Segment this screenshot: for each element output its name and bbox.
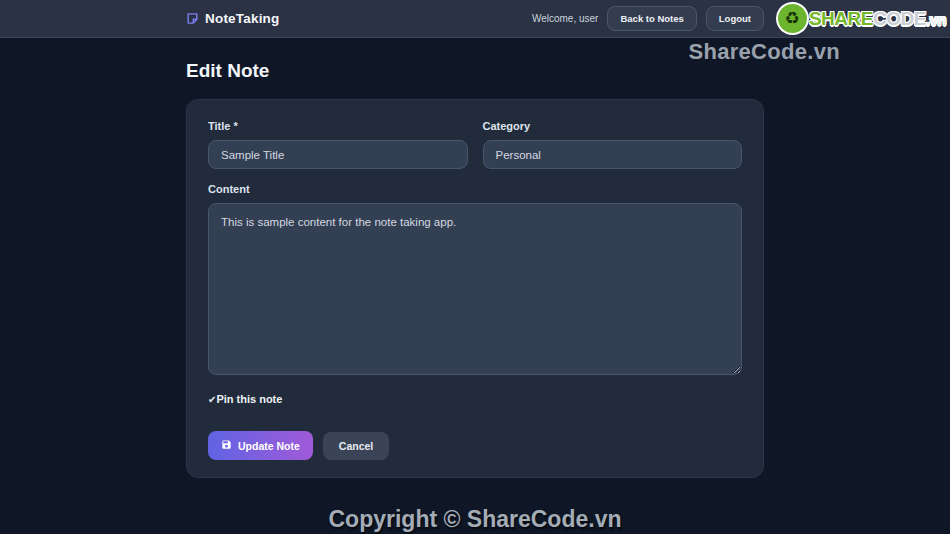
logout-button[interactable]: Logout xyxy=(706,6,764,31)
back-to-notes-button[interactable]: Back to Notes xyxy=(607,6,696,31)
cancel-button[interactable]: Cancel xyxy=(323,432,389,460)
content-label: Content xyxy=(208,183,742,195)
note-icon xyxy=(186,12,199,25)
navbar-right: Welcome, user Back to Notes Logout xyxy=(532,6,764,31)
footer-copyright: Copyright © ShareCode.vn xyxy=(0,506,950,533)
content-textarea[interactable]: This is sample content for the note taki… xyxy=(208,203,742,375)
category-field-group: Category xyxy=(483,120,743,169)
checkmark-icon: ✔ xyxy=(208,395,216,405)
edit-note-card: Title * Category Content This is sample … xyxy=(186,99,764,478)
title-input[interactable] xyxy=(208,140,468,169)
pin-label: Pin this note xyxy=(216,394,282,405)
category-input[interactable] xyxy=(483,140,743,169)
page-title: Edit Note xyxy=(186,60,764,82)
logo-share-text: SHARE xyxy=(809,8,873,29)
title-category-row: Title * Category xyxy=(208,120,742,169)
update-note-label: Update Note xyxy=(238,440,300,452)
pin-checkbox[interactable]: ✔ Pin this note xyxy=(208,394,742,405)
recycle-icon: ♻ xyxy=(778,4,807,33)
logo-vn-text: .vn xyxy=(926,11,946,28)
brand-label: NoteTaking xyxy=(205,11,280,26)
navbar-inner: NoteTaking Welcome, user Back to Notes L… xyxy=(186,0,764,37)
sharecode-logo-text: SHARECODE.vn xyxy=(809,8,946,30)
main-container: Edit Note Title * Category Content This … xyxy=(186,60,764,478)
save-icon xyxy=(221,439,232,452)
form-actions: Update Note Cancel xyxy=(208,431,742,460)
update-note-button[interactable]: Update Note xyxy=(208,431,313,460)
sharecode-watermark: ShareCode.vn xyxy=(688,39,840,65)
brand-link[interactable]: NoteTaking xyxy=(186,11,280,26)
welcome-text: Welcome, user xyxy=(532,13,599,24)
category-label: Category xyxy=(483,120,743,132)
sharecode-logo: ♻ SHARECODE.vn xyxy=(778,4,946,33)
title-field-group: Title * xyxy=(208,120,468,169)
logo-code-text: CODE xyxy=(873,8,926,29)
title-label: Title * xyxy=(208,120,468,132)
content-field-group: Content This is sample content for the n… xyxy=(208,183,742,379)
